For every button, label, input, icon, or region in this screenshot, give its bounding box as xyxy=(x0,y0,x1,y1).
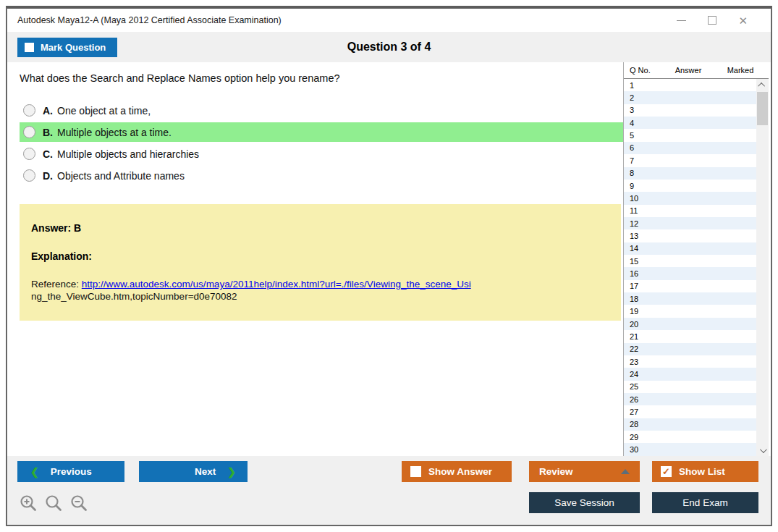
option-row[interactable]: D.Objects and Attribute names xyxy=(20,166,623,185)
header-marked: Marked xyxy=(712,66,769,75)
option-letter: C. xyxy=(43,148,53,160)
zoom-in-icon[interactable] xyxy=(19,494,38,512)
save-session-button[interactable]: Save Session xyxy=(529,492,640,513)
next-label: Next xyxy=(195,466,216,477)
question-list-row[interactable]: 28 xyxy=(624,418,756,431)
radio-button-icon[interactable] xyxy=(23,104,35,117)
question-list-row[interactable]: 27 xyxy=(624,405,756,418)
question-list-row[interactable]: 21 xyxy=(624,330,756,342)
scroll-up-icon[interactable] xyxy=(756,79,769,90)
question-list-row[interactable]: 23 xyxy=(624,355,756,368)
scrollbar-thumb[interactable] xyxy=(757,92,768,125)
row-qno: 18 xyxy=(624,295,659,303)
option-text: One object at a time, xyxy=(57,105,151,117)
show-answer-button[interactable]: Show Answer xyxy=(402,461,512,482)
question-header-bar: Question 3 of 4 Mark Question xyxy=(7,32,771,62)
question-list: 1234567891011121314151617181920212223242… xyxy=(624,79,756,456)
show-answer-checkbox-icon[interactable] xyxy=(410,466,421,477)
maximize-icon[interactable] xyxy=(708,16,716,25)
question-list-row[interactable]: 11 xyxy=(624,205,756,217)
header-qno: Q No. xyxy=(624,66,664,75)
show-list-button[interactable]: ✓ Show List xyxy=(652,461,758,482)
question-list-row[interactable]: 20 xyxy=(624,318,756,330)
close-icon[interactable]: ✕ xyxy=(738,15,748,26)
previous-button[interactable]: ❮ Previous xyxy=(17,461,124,482)
question-list-row[interactable]: 13 xyxy=(624,229,756,242)
reference-paragraph: Reference: http://www.autodesk.com/us/ma… xyxy=(31,279,609,303)
question-list-row[interactable]: 19 xyxy=(624,305,756,317)
options-list: A.One object at a time,B.Multiple object… xyxy=(20,101,623,185)
reference-prefix: Reference: xyxy=(31,279,82,290)
scroll-down-icon[interactable] xyxy=(756,444,769,456)
mark-question-label: Mark Question xyxy=(41,42,106,53)
question-list-row[interactable]: 5 xyxy=(624,129,756,141)
row-qno: 26 xyxy=(624,395,659,404)
end-exam-button[interactable]: End Exam xyxy=(652,492,758,513)
show-list-checkbox-icon[interactable]: ✓ xyxy=(661,466,672,477)
zoom-icon[interactable] xyxy=(44,494,63,512)
option-text: Multiple objects at a time. xyxy=(57,127,172,138)
row-qno: 4 xyxy=(624,119,659,127)
review-button[interactable]: Review xyxy=(529,461,640,482)
row-qno: 28 xyxy=(624,420,659,428)
question-list-row[interactable]: 25 xyxy=(624,381,756,393)
question-text: What does the Search and Replace Names o… xyxy=(20,72,623,84)
option-row[interactable]: A.One object at a time, xyxy=(20,101,623,120)
question-list-scrollbar[interactable] xyxy=(756,79,769,456)
question-list-row[interactable]: 26 xyxy=(624,393,756,405)
question-list-row[interactable]: 8 xyxy=(624,167,756,180)
reference-link[interactable]: http://www.autodesk.com/us/maya/2011help… xyxy=(82,279,471,290)
question-list-row[interactable]: 3 xyxy=(624,104,756,117)
previous-label: Previous xyxy=(51,466,92,477)
question-list-row[interactable]: 14 xyxy=(624,242,756,255)
option-row[interactable]: C.Multiple objects and hierarchies xyxy=(20,144,623,164)
row-qno: 16 xyxy=(624,269,659,278)
mark-question-button[interactable]: Mark Question xyxy=(17,38,117,57)
question-list-row[interactable]: 1 xyxy=(624,79,756,91)
answer-explanation-box: Answer: B Explanation: Reference: http:/… xyxy=(20,204,621,321)
question-list-row[interactable]: 15 xyxy=(624,255,756,267)
mark-question-checkbox-icon[interactable] xyxy=(25,43,34,52)
question-list-row[interactable]: 6 xyxy=(624,142,756,154)
question-list-row[interactable]: 9 xyxy=(624,180,756,192)
chevron-right-icon: ❯ xyxy=(227,466,236,478)
question-list-row[interactable]: 30 xyxy=(624,443,756,455)
question-list-row[interactable]: 4 xyxy=(624,117,756,129)
row-qno: 11 xyxy=(624,206,659,215)
radio-button-icon[interactable] xyxy=(23,126,35,138)
row-qno: 9 xyxy=(624,182,659,190)
window-controls: ✕ xyxy=(677,15,761,26)
question-list-row[interactable]: 16 xyxy=(624,267,756,279)
question-list-row[interactable]: 24 xyxy=(624,368,756,380)
zoom-out-icon[interactable] xyxy=(69,494,88,512)
main-area: What does the Search and Replace Names o… xyxy=(7,62,771,456)
radio-button-icon[interactable] xyxy=(23,169,35,182)
row-qno: 12 xyxy=(624,219,659,228)
question-list-row[interactable]: 7 xyxy=(624,154,756,166)
row-qno: 1 xyxy=(624,81,659,90)
question-list-row[interactable]: 18 xyxy=(624,292,756,305)
option-row[interactable]: B.Multiple objects at a time. xyxy=(20,122,623,142)
row-qno: 21 xyxy=(624,332,659,341)
chevron-left-icon: ❮ xyxy=(30,466,39,478)
radio-button-icon[interactable] xyxy=(23,148,35,160)
minimize-icon[interactable] xyxy=(677,20,686,21)
row-qno: 24 xyxy=(624,370,659,379)
question-list-panel: Q No. Answer Marked 12345678910111213141… xyxy=(623,62,769,456)
next-button[interactable]: Next ❯ xyxy=(139,461,248,482)
end-exam-label: End Exam xyxy=(682,497,727,508)
show-list-label: Show List xyxy=(679,466,725,477)
question-list-row[interactable]: 29 xyxy=(624,431,756,443)
row-qno: 5 xyxy=(624,131,659,140)
question-list-row[interactable]: 10 xyxy=(624,192,756,204)
question-list-row[interactable]: 17 xyxy=(624,280,756,292)
question-list-row[interactable]: 2 xyxy=(624,91,756,104)
zoom-tools xyxy=(19,494,88,512)
row-qno: 7 xyxy=(624,156,659,165)
row-qno: 13 xyxy=(624,232,659,240)
option-letter: A. xyxy=(43,105,53,117)
question-list-row[interactable]: 22 xyxy=(624,343,756,355)
option-text: Objects and Attribute names xyxy=(57,170,185,182)
question-list-row[interactable]: 12 xyxy=(624,217,756,229)
question-content: What does the Search and Replace Names o… xyxy=(7,62,623,456)
